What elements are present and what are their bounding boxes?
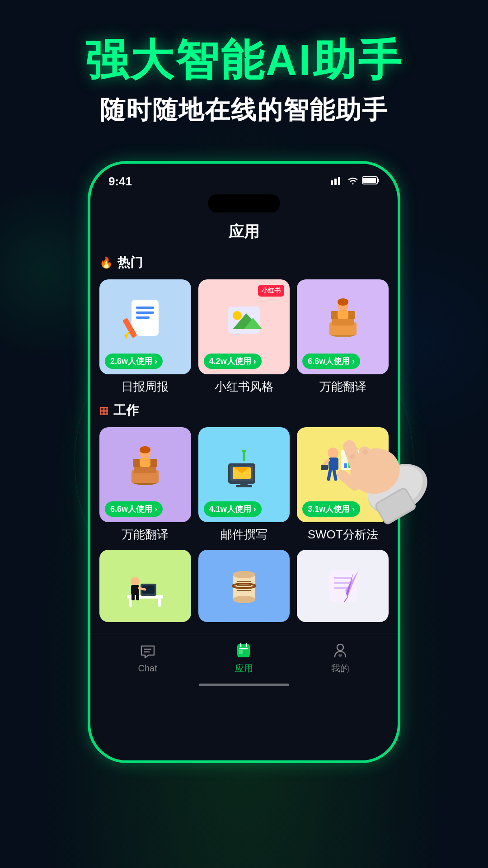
nav-mine[interactable]: 我的	[330, 641, 350, 675]
bottom-nav: Chat 应用	[90, 633, 398, 679]
svg-rect-57	[131, 585, 139, 595]
card-scroll2[interactable]	[198, 550, 290, 622]
card-scroll2-inner[interactable]	[198, 550, 290, 622]
svg-rect-77	[239, 650, 243, 654]
badge-email: 4.1w人使用 ›	[204, 501, 262, 517]
card-coder-inner[interactable]	[99, 550, 191, 622]
card-daily-report-inner[interactable]: 2.6w人使用 ›	[99, 279, 191, 374]
card-daily-report[interactable]: 2.6w人使用 › 日报周报	[99, 279, 191, 395]
work-label: 工作	[113, 402, 139, 419]
hero-title: 强大智能AI助手	[27, 36, 461, 84]
illus-reader2	[99, 427, 191, 509]
illus-coder	[99, 550, 191, 622]
svg-rect-52	[158, 599, 161, 607]
work-icon: ▦	[99, 405, 109, 416]
svg-rect-21	[338, 310, 348, 319]
hand-illustration	[307, 399, 434, 525]
label-translator2: 万能翻译	[99, 527, 191, 542]
section-hot: 🔥 热门	[99, 254, 389, 271]
svg-point-89	[362, 449, 368, 455]
svg-rect-35	[243, 454, 245, 461]
svg-rect-37	[236, 485, 252, 487]
card-translator2-inner[interactable]: 6.6w人使用 ›	[99, 427, 191, 522]
app-header: 应用	[90, 212, 398, 250]
apps-icon	[234, 641, 254, 660]
wifi-icon	[347, 176, 359, 188]
svg-point-63	[233, 596, 255, 603]
card-translator2[interactable]: 6.6w人使用 › 万能翻译	[99, 427, 191, 542]
battery-icon	[362, 176, 380, 188]
label-translator: 万能翻译	[297, 379, 389, 395]
svg-marker-11	[124, 331, 130, 340]
badge-xhs: 4.2w人使用 ›	[204, 354, 262, 369]
card-translator[interactable]: 6.6w人使用 › 万能翻译	[297, 279, 389, 395]
illus-scroll2	[198, 550, 290, 622]
phone-wrapper: 9:41 应用	[0, 164, 488, 760]
svg-point-22	[338, 298, 348, 306]
status-time: 9:41	[108, 175, 132, 189]
illus-reader	[297, 279, 389, 361]
status-bar: 9:41	[90, 164, 398, 191]
svg-point-29	[140, 446, 150, 453]
svg-point-13	[233, 311, 242, 320]
label-swot: SWOT分析法	[297, 527, 389, 542]
svg-rect-59	[131, 594, 135, 600]
svg-rect-7	[136, 307, 154, 309]
mine-icon	[330, 641, 350, 660]
extra-cards-grid	[99, 550, 389, 622]
svg-rect-0	[331, 180, 333, 185]
svg-rect-9	[136, 316, 150, 319]
home-indicator	[199, 684, 289, 686]
svg-rect-60	[136, 594, 139, 600]
xhs-badge: 小红书	[258, 285, 284, 297]
card-email-inner[interactable]: 4.1w人使用 ›	[198, 427, 290, 522]
svg-point-88	[350, 454, 355, 459]
badge-translator2: 6.6w人使用 ›	[105, 501, 163, 517]
svg-rect-68	[329, 570, 357, 602]
nav-chat[interactable]: Chat	[138, 642, 158, 674]
label-email: 邮件撰写	[198, 527, 290, 542]
svg-rect-69	[334, 577, 352, 579]
signal-icon	[331, 176, 343, 188]
badge-daily-report: 2.6w人使用 ›	[105, 354, 163, 369]
dynamic-island	[208, 194, 280, 212]
svg-rect-70	[334, 582, 352, 584]
illus-writing	[297, 550, 389, 622]
svg-rect-8	[136, 311, 154, 314]
card-writing-inner[interactable]	[297, 550, 389, 622]
svg-rect-1	[334, 179, 337, 185]
card-xhs-inner[interactable]: 小红书 4.2w人使用 ›	[198, 279, 290, 374]
svg-rect-71	[334, 587, 347, 589]
hero-section: 强大智能AI助手 随时随地在线的智能助手	[0, 0, 488, 146]
hot-label: 热门	[117, 254, 143, 271]
svg-point-62	[233, 571, 255, 578]
badge-translator: 6.6w人使用 ›	[302, 354, 360, 369]
nav-mine-label: 我的	[331, 662, 349, 675]
nav-apps-label: 应用	[235, 662, 253, 675]
illus-scroll	[99, 279, 191, 361]
hot-icon: 🔥	[99, 256, 113, 269]
card-email[interactable]: 4.1w人使用 › 邮件撰写	[198, 427, 290, 542]
svg-rect-55	[147, 595, 150, 596]
label-daily-report: 日报周报	[99, 379, 191, 395]
svg-rect-2	[338, 177, 340, 185]
card-translator-inner[interactable]: 6.6w人使用 ›	[297, 279, 389, 374]
card-coder[interactable]	[99, 550, 191, 622]
svg-rect-51	[129, 599, 132, 607]
hot-cards-grid: 2.6w人使用 › 日报周报	[99, 279, 389, 395]
label-xhs: 小红书风格	[198, 379, 290, 395]
svg-rect-28	[140, 458, 150, 467]
phone-outer: 9:41 应用	[90, 164, 398, 760]
svg-rect-5	[363, 178, 376, 183]
card-writing[interactable]	[297, 550, 389, 622]
hero-subtitle: 随时随地在线的智能助手	[27, 93, 461, 127]
illus-email	[198, 427, 290, 509]
nav-chat-label: Chat	[138, 663, 157, 674]
svg-point-56	[131, 577, 140, 586]
svg-rect-4	[377, 179, 379, 182]
chat-icon	[138, 642, 158, 661]
svg-line-58	[139, 588, 145, 590]
card-xhs[interactable]: 小红书 4.2w人使用 › 小红书风格	[198, 279, 290, 395]
status-icons	[331, 176, 380, 188]
nav-apps[interactable]: 应用	[234, 641, 254, 675]
